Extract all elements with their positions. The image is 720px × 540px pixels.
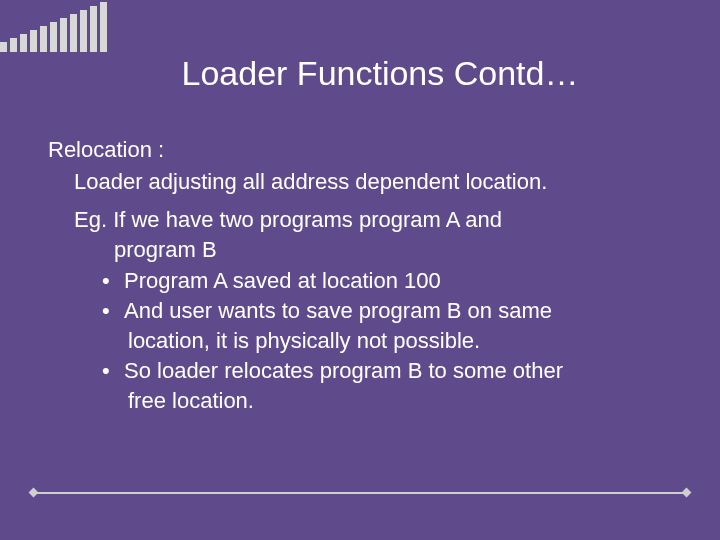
definition-text: Loader adjusting all address dependent l… [74, 168, 672, 196]
bullet-icon: • [102, 297, 124, 325]
example-line-2: program B [114, 236, 672, 264]
bullet-icon: • [102, 357, 124, 385]
footer-rule [34, 492, 686, 494]
bullet-text: So loader relocates program B to some ot… [124, 358, 563, 383]
bullet-text: Program A saved at location 100 [124, 268, 441, 293]
bullet-item-1: •Program A saved at location 100 [102, 267, 672, 295]
bullet-text: And user wants to save program B on same [124, 298, 552, 323]
example-line-1: Eg. If we have two programs program A an… [74, 206, 672, 234]
slide-body: Relocation : Loader adjusting all addres… [48, 136, 672, 417]
bullet-icon: • [102, 267, 124, 295]
section-heading: Relocation : [48, 136, 672, 164]
bullet-item-2-cont: location, it is physically not possible. [128, 327, 672, 355]
bullet-item-2: •And user wants to save program B on sam… [102, 297, 672, 325]
slide-title: Loader Functions Contd… [0, 54, 720, 93]
bullet-item-3: •So loader relocates program B to some o… [102, 357, 672, 385]
decorative-bars [0, 0, 110, 52]
bullet-item-3-cont: free location. [128, 387, 672, 415]
